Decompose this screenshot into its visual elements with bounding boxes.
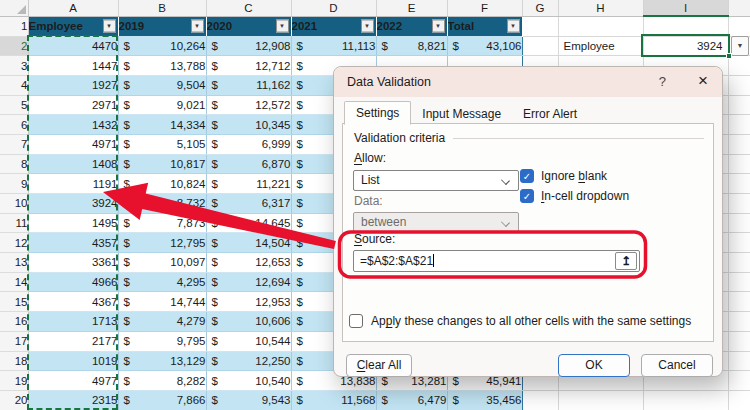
cell-B3[interactable]: $13,788: [118, 56, 206, 76]
cell-A18[interactable]: 1019: [28, 351, 118, 371]
cell-B7[interactable]: $5,105: [118, 134, 206, 154]
cell-C4[interactable]: $11,162: [206, 75, 291, 95]
cell-A16[interactable]: 1713: [28, 312, 118, 332]
filter-dropdown-icon[interactable]: ▼: [432, 20, 445, 33]
row-header-8[interactable]: 8: [0, 154, 28, 174]
filter-dropdown-icon[interactable]: ▼: [191, 20, 204, 33]
filter-dropdown-icon[interactable]: ▼: [276, 20, 289, 33]
cell-B12[interactable]: $12,795: [118, 233, 206, 253]
source-input[interactable]: =$A$2:$A$21 ↥: [353, 250, 640, 272]
header-cell-A1[interactable]: Employee▼: [28, 16, 118, 36]
header-cell-F1[interactable]: Total▼: [447, 16, 522, 36]
row-header-7[interactable]: 7: [0, 134, 28, 154]
collapse-dialog-button[interactable]: ↥: [615, 252, 637, 270]
row-header-4[interactable]: 4: [0, 75, 28, 95]
row-header-6[interactable]: 6: [0, 115, 28, 135]
cell-A12[interactable]: 4357: [28, 233, 118, 253]
row-header-9[interactable]: 9: [0, 174, 28, 194]
cell-B13[interactable]: $10,097: [118, 253, 206, 273]
column-header-E[interactable]: E: [376, 0, 447, 16]
cell-C13[interactable]: $12,653: [206, 253, 291, 273]
header-cell-E1[interactable]: 2022▼: [376, 16, 447, 36]
cell-B5[interactable]: $9,021: [118, 95, 206, 115]
cell-B9[interactable]: $10,824: [118, 174, 206, 194]
column-header-A[interactable]: A: [28, 0, 118, 16]
column-header-I[interactable]: I: [643, 0, 728, 16]
cell-B10[interactable]: $8,732: [118, 194, 206, 214]
column-header-C[interactable]: C: [206, 0, 291, 16]
cell-C5[interactable]: $12,572: [206, 95, 291, 115]
clear-all-button[interactable]: Clear All: [346, 354, 412, 377]
row-header-15[interactable]: 15: [0, 292, 28, 312]
row-header-19[interactable]: 19: [0, 371, 28, 391]
ok-button[interactable]: OK: [558, 354, 630, 377]
cell-B18[interactable]: $13,129: [118, 351, 206, 371]
row-header-13[interactable]: 13: [0, 253, 28, 273]
cell-C16[interactable]: $10,606: [206, 312, 291, 332]
column-header-F[interactable]: F: [447, 0, 522, 16]
fill-handle[interactable]: [726, 53, 732, 59]
cell-B2[interactable]: $10,264: [118, 36, 206, 56]
cell-C2[interactable]: $12,908: [206, 36, 291, 56]
cell-E20[interactable]: $6,479: [376, 390, 447, 410]
header-cell-D1[interactable]: 2021▼: [291, 16, 376, 36]
row-header-5[interactable]: 5: [0, 95, 28, 115]
row-header-1[interactable]: 1: [0, 16, 28, 36]
cell-C14[interactable]: $12,694: [206, 272, 291, 292]
allow-dropdown[interactable]: List: [353, 170, 519, 191]
row-header-2[interactable]: 2: [0, 36, 28, 56]
cell-B20[interactable]: $7,866: [118, 390, 206, 410]
cell-F20[interactable]: $35,456: [447, 390, 522, 410]
row-header-12[interactable]: 12: [0, 233, 28, 253]
header-cell-B1[interactable]: 2019▼: [118, 16, 206, 36]
row-header-17[interactable]: 17: [0, 331, 28, 351]
cell-C8[interactable]: $6,870: [206, 154, 291, 174]
filter-dropdown-icon[interactable]: ▼: [103, 20, 116, 33]
cell-G1[interactable]: [522, 16, 558, 36]
cell-C18[interactable]: $12,250: [206, 351, 291, 371]
cell-A17[interactable]: 2177: [28, 331, 118, 351]
cell-H20[interactable]: [558, 390, 643, 410]
cell-A11[interactable]: 1495: [28, 213, 118, 233]
cell-A4[interactable]: 1927: [28, 75, 118, 95]
help-icon[interactable]: ?: [659, 74, 666, 89]
cell-A19[interactable]: 4977: [28, 371, 118, 391]
cell-B14[interactable]: $4,295: [118, 272, 206, 292]
close-icon[interactable]: ×: [698, 71, 708, 91]
cell-H1[interactable]: [558, 16, 643, 36]
cell-E2[interactable]: $8,821: [376, 36, 447, 56]
cell-A7[interactable]: 4971: [28, 134, 118, 154]
cell-H2[interactable]: Employee: [558, 36, 643, 56]
filter-dropdown-icon[interactable]: ▼: [361, 20, 374, 33]
cell-C15[interactable]: $12,953: [206, 292, 291, 312]
cell-C12[interactable]: $14,504: [206, 233, 291, 253]
ignore-blank-checkbox[interactable]: ✓ Ignore blank: [520, 169, 607, 183]
cell-C11[interactable]: $14,645: [206, 213, 291, 233]
cell-A13[interactable]: 3361: [28, 253, 118, 273]
cell-C7[interactable]: $6,999: [206, 134, 291, 154]
row-header-18[interactable]: 18: [0, 351, 28, 371]
cell-A8[interactable]: 1408: [28, 154, 118, 174]
cell-C20[interactable]: $9,543: [206, 390, 291, 410]
cell-D2[interactable]: $11,113: [291, 36, 376, 56]
row-header-10[interactable]: 10: [0, 194, 28, 214]
cell-B17[interactable]: $9,795: [118, 331, 206, 351]
row-header-3[interactable]: 3: [0, 56, 28, 76]
cell-A20[interactable]: 2315: [28, 390, 118, 410]
cell-A2[interactable]: 4470: [28, 36, 118, 56]
row-header-14[interactable]: 14: [0, 272, 28, 292]
cell-F2[interactable]: $43,106: [447, 36, 522, 56]
cell-A9[interactable]: 1191: [28, 174, 118, 194]
cancel-button[interactable]: Cancel: [641, 354, 713, 377]
cell-G20[interactable]: [522, 390, 558, 410]
cell-A5[interactable]: 2971: [28, 95, 118, 115]
cell-B8[interactable]: $10,817: [118, 154, 206, 174]
column-header-G[interactable]: G: [522, 0, 558, 16]
cell-C10[interactable]: $6,317: [206, 194, 291, 214]
cell-A10[interactable]: 3924: [28, 194, 118, 214]
column-header-B[interactable]: B: [118, 0, 206, 16]
cell-D20[interactable]: $11,568: [291, 390, 376, 410]
tab-settings[interactable]: Settings: [344, 101, 411, 125]
cell-B15[interactable]: $14,744: [118, 292, 206, 312]
header-cell-C1[interactable]: 2020▼: [206, 16, 291, 36]
